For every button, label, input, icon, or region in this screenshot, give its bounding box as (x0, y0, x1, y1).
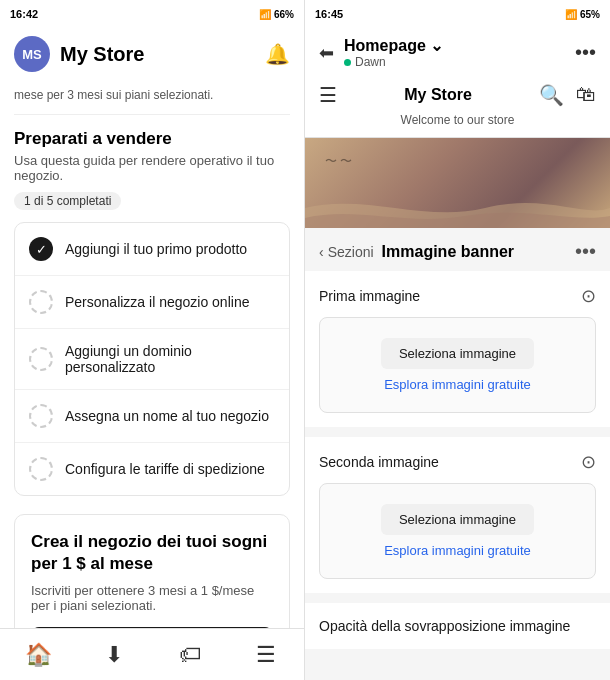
bell-icon[interactable]: 🔔 (265, 42, 290, 66)
left-time: 16:42 (10, 8, 38, 20)
menu-icon: ☰ (256, 642, 276, 668)
left-bottom-nav: 🏠 ⬇ 🏷 ☰ (0, 628, 304, 680)
task-pending-icon (29, 457, 53, 481)
promo-card-desc: Iscriviti per ottenere 3 mesi a 1 $/mese… (31, 583, 273, 613)
battery-icon: 65% (580, 9, 600, 20)
guide-subtitle: Usa questa guida per rendere operativo i… (14, 153, 290, 183)
task-label: Personalizza il negozio online (65, 294, 249, 310)
cart-icon[interactable]: 🛍 (576, 83, 596, 107)
store-preview-bar: ☰ My Store 🔍 🛍 Welcome to our store (305, 77, 610, 138)
promo-card: Crea il negozio dei tuoi sogni per 1 $ a… (14, 514, 290, 628)
prima-select-image-button[interactable]: Seleziona immagine (381, 338, 534, 369)
right-status-bar: 16:45 📶 65% (305, 0, 610, 28)
banner-preview: 〜 〜 (305, 138, 610, 228)
seconda-explore-link-button[interactable]: Esplora immagini gratuite (384, 543, 531, 558)
task-pending-icon (29, 347, 53, 371)
back-icon[interactable]: ⬅ (319, 42, 334, 64)
task-item[interactable]: ✓ Aggiungi il tuo primo prodotto (15, 223, 289, 276)
left-header: MS My Store 🔔 (0, 28, 304, 80)
task-pending-icon (29, 404, 53, 428)
store-action-icons: 🔍 🛍 (539, 83, 596, 107)
store-preview-inner: ☰ My Store 🔍 🛍 (305, 83, 610, 107)
tag-icon: 🏷 (179, 642, 201, 668)
chevron-down-icon: ⌄ (430, 36, 443, 55)
back-sections-button[interactable]: ‹ Sezioni (319, 244, 374, 260)
wifi-icon: 📶 (565, 9, 577, 20)
section-more-icon[interactable]: ••• (575, 240, 596, 263)
task-label: Aggiungi il tuo primo prodotto (65, 241, 247, 257)
right-status-icons: 📶 65% (565, 9, 600, 20)
nav-download[interactable]: ⬇ (76, 629, 152, 680)
stack-icon[interactable]: ⊙ (581, 285, 596, 307)
right-header-title: Homepage ⌄ (344, 36, 565, 55)
banner-birds-decoration: 〜 〜 (325, 153, 352, 170)
promo-text: mese per 3 mesi sui piani selezionati. (14, 80, 290, 115)
search-icon[interactable]: 🔍 (539, 83, 564, 107)
nav-menu[interactable]: ☰ (228, 629, 304, 680)
download-icon: ⬇ (105, 642, 123, 668)
home-icon: 🏠 (25, 642, 52, 668)
opacita-label: Opacità della sovrapposizione immagine (319, 618, 570, 634)
wifi-icon: 📶 (259, 9, 271, 20)
prima-explore-link-button[interactable]: Esplora immagini gratuite (384, 377, 531, 392)
prima-immagine-header: Prima immagine ⊙ (319, 285, 596, 307)
nav-tag[interactable]: 🏷 (152, 629, 228, 680)
promo-card-title: Crea il negozio dei tuoi sogni per 1 $ a… (31, 531, 273, 575)
task-done-icon: ✓ (29, 237, 53, 261)
right-panel: 16:45 📶 65% ⬅ Homepage ⌄ Dawn ••• ☰ My S… (305, 0, 610, 680)
right-header: ⬅ Homepage ⌄ Dawn ••• (305, 28, 610, 77)
seconda-immagine-label: Seconda immagine (319, 454, 439, 470)
right-scroll-content: ‹ Sezioni Immagine banner ••• Prima imma… (305, 228, 610, 680)
opacita-section: Opacità della sovrapposizione immagine (305, 603, 610, 649)
seconda-upload-box: Seleziona immagine Esplora immagini grat… (319, 483, 596, 579)
progress-badge: 1 di 5 completati (14, 192, 121, 210)
prima-upload-box: Seleziona immagine Esplora immagini grat… (319, 317, 596, 413)
seconda-immagine-header: Seconda immagine ⊙ (319, 451, 596, 473)
guide-title: Preparati a vendere (14, 129, 290, 149)
nav-home[interactable]: 🏠 (0, 629, 76, 680)
seconda-immagine-section: Seconda immagine ⊙ Seleziona immagine Es… (305, 437, 610, 593)
chevron-left-icon: ‹ (319, 244, 324, 260)
right-time: 16:45 (315, 8, 343, 20)
right-header-center: Homepage ⌄ Dawn (344, 36, 565, 69)
task-label: Assegna un nome al tuo negozio (65, 408, 269, 424)
task-item[interactable]: Aggiungi un dominio personalizzato (15, 329, 289, 390)
section-nav-title: Immagine banner (382, 243, 567, 261)
task-label: Configura le tariffe di spedizione (65, 461, 265, 477)
section-nav-bar: ‹ Sezioni Immagine banner ••• (305, 228, 610, 271)
left-scroll-content: mese per 3 mesi sui piani selezionati. P… (0, 80, 304, 628)
more-options-icon[interactable]: ••• (575, 41, 596, 64)
avatar: MS (14, 36, 50, 72)
prima-immagine-label: Prima immagine (319, 288, 420, 304)
left-panel: 16:42 📶 66% MS My Store 🔔 mese per 3 mes… (0, 0, 305, 680)
store-hamburger-icon[interactable]: ☰ (319, 83, 337, 107)
task-list: ✓ Aggiungi il tuo primo prodotto Persona… (14, 222, 290, 496)
task-label: Aggiungi un dominio personalizzato (65, 343, 275, 375)
left-status-icons: 📶 66% (259, 9, 294, 20)
store-title: My Store (60, 43, 255, 66)
task-item[interactable]: Assegna un nome al tuo negozio (15, 390, 289, 443)
task-pending-icon (29, 290, 53, 314)
prima-immagine-section: Prima immagine ⊙ Seleziona immagine Espl… (305, 271, 610, 427)
left-status-bar: 16:42 📶 66% (0, 0, 304, 28)
online-dot (344, 59, 351, 66)
store-name-preview: My Store (404, 86, 472, 104)
welcome-text: Welcome to our store (305, 107, 610, 131)
banner-wave-svg (305, 188, 610, 228)
stack-icon[interactable]: ⊙ (581, 451, 596, 473)
task-item[interactable]: Personalizza il negozio online (15, 276, 289, 329)
seconda-select-image-button[interactable]: Seleziona immagine (381, 504, 534, 535)
task-item[interactable]: Configura le tariffe di spedizione (15, 443, 289, 495)
right-header-subtitle: Dawn (344, 55, 565, 69)
battery-icon: 66% (274, 9, 294, 20)
